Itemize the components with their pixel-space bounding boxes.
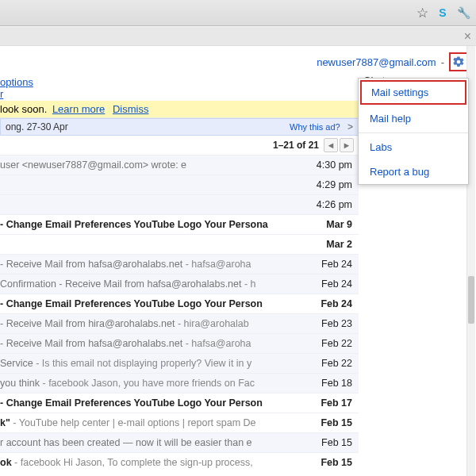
- mail-row[interactable]: user <newuser7887@gmail.com> wrote: e4:3…: [0, 155, 359, 175]
- account-bar: newuser7887@gmail.com -: [0, 46, 476, 75]
- mail-row-date: 4:30 pm: [317, 159, 352, 171]
- mail-row-text: you think - facebook Jason, you have mor…: [0, 378, 312, 389]
- mail-row-text: - Receive Mail from hafsa@arohalabs.net …: [0, 338, 312, 349]
- account-email[interactable]: newuser7887@gmail.com: [317, 56, 436, 68]
- mail-row-text: Service - Is this email not displaying p…: [0, 358, 312, 369]
- menu-mail-help[interactable]: Mail help: [359, 106, 468, 131]
- menu-mail-settings[interactable]: Mail settings: [360, 80, 466, 105]
- mail-row[interactable]: ok - facebook Hi Jason, To complete the …: [0, 452, 359, 472]
- mail-row-date: Feb 24: [321, 278, 352, 290]
- mail-row-date: Feb 18: [321, 378, 352, 389]
- mail-row-date: Feb 22: [321, 358, 352, 369]
- mail-row[interactable]: you think - facebook Jason, you have mor…: [0, 373, 359, 393]
- prev-page-button[interactable]: ◄: [324, 138, 338, 152]
- mail-row[interactable]: Confirmation - Receive Mail from hafsa@a…: [0, 274, 359, 294]
- mail-list-pane: options r look soon. Learn more Dismiss …: [0, 75, 359, 476]
- mail-row-text: Confirmation - Receive Mail from hafsa@a…: [0, 278, 312, 290]
- mail-row-date: 4:29 pm: [317, 179, 352, 190]
- app-content: newuser7887@gmail.com - Mail settings Ma…: [0, 46, 476, 476]
- dismiss-link[interactable]: Dismiss: [113, 103, 149, 115]
- account-dash: -: [441, 56, 444, 68]
- menu-report-bug[interactable]: Report a bug: [359, 159, 468, 184]
- count-label: 1–21 of 21: [273, 140, 319, 151]
- mail-row[interactable]: Service - Is this email not displaying p…: [0, 353, 359, 373]
- next-page-button[interactable]: ►: [340, 138, 354, 152]
- settings-gear-button[interactable]: [449, 52, 468, 71]
- r-link[interactable]: r: [0, 88, 3, 100]
- ad-next-icon[interactable]: >: [347, 121, 353, 132]
- close-icon[interactable]: ×: [464, 29, 471, 44]
- mail-row-text: user <newuser7887@gmail.com> wrote: e: [0, 159, 307, 171]
- mail-row-text: - Change Email Preferences YouTube Logo …: [0, 219, 317, 230]
- options-links: options r: [0, 75, 359, 101]
- mail-row[interactable]: 4:26 pm: [0, 194, 359, 214]
- scrollbar-thumb[interactable]: [468, 276, 474, 324]
- mail-row-date: Feb 17: [321, 397, 352, 409]
- mail-row-date: 4:26 pm: [317, 199, 352, 210]
- mail-row-text: ok - facebook Hi Jason, To complete the …: [0, 457, 311, 468]
- mail-row[interactable]: Mar 2: [0, 234, 359, 254]
- mail-row-text: r account has been created — now it will…: [0, 437, 312, 448]
- banner-text: look soon.: [0, 103, 50, 115]
- mail-row-text: k" - YouTube help center | e-mail option…: [0, 417, 311, 428]
- learn-more-link[interactable]: Learn more: [52, 103, 105, 115]
- skype-extension-icon[interactable]: S: [435, 5, 451, 21]
- mail-row[interactable]: r account has been created — now it will…: [0, 432, 359, 452]
- mail-row[interactable]: - Change Email Preferences YouTube Logo …: [0, 393, 359, 413]
- new-look-banner: look soon. Learn more Dismiss: [0, 101, 359, 118]
- mail-row-date: Feb 15: [321, 457, 352, 468]
- mail-row[interactable]: k" - YouTube help center | e-mail option…: [0, 413, 359, 432]
- browser-shelf: ×: [0, 26, 476, 46]
- mail-row[interactable]: - Receive Mail from hafsa@arohalabs.net …: [0, 333, 359, 353]
- options-link[interactable]: options: [0, 76, 33, 88]
- why-this-ad-link[interactable]: Why this ad?: [290, 122, 340, 132]
- mail-row-text: - Change Email Preferences YouTube Logo …: [0, 397, 311, 409]
- menu-labs[interactable]: Labs: [359, 135, 468, 159]
- mail-row-text: - Change Email Preferences YouTube Logo …: [0, 298, 311, 309]
- mail-row[interactable]: 4:29 pm: [0, 175, 359, 194]
- mail-row[interactable]: - Receive Mail from hira@arohalabs.net -…: [0, 313, 359, 333]
- mail-row[interactable]: - Receive Mail from hafsa@arohalabs.net …: [0, 254, 359, 274]
- settings-menu: Mail settings Mail help Labs Report a bu…: [358, 78, 469, 185]
- mail-row-date: Mar 9: [326, 219, 352, 230]
- ad-bar: ong. 27-30 Apr Why this ad? >: [0, 118, 359, 136]
- browser-toolbar: ☆ S 🔧: [0, 0, 476, 26]
- mail-row-date: Feb 22: [321, 338, 352, 349]
- bookmark-star-icon[interactable]: ☆: [414, 5, 430, 21]
- mail-row-date: Mar 2: [326, 239, 352, 250]
- paging-bar: 1–21 of 21 ◄ ►: [0, 136, 359, 155]
- mail-row-date: Feb 24: [321, 259, 352, 270]
- wrench-icon[interactable]: 🔧: [455, 5, 471, 21]
- mail-row-text: - Receive Mail from hira@arohalabs.net -…: [0, 318, 312, 329]
- mail-row[interactable]: - Change Email Preferences YouTube Logo …: [0, 214, 359, 234]
- menu-separator: [359, 132, 468, 133]
- mail-row-text: - Receive Mail from hafsa@arohalabs.net …: [0, 259, 312, 270]
- mail-row-date: Feb 15: [321, 437, 352, 448]
- mail-row[interactable]: - Change Email Preferences YouTube Logo …: [0, 294, 359, 313]
- ad-text: ong. 27-30 Apr: [6, 121, 68, 132]
- mail-row-date: Feb 23: [321, 318, 352, 329]
- mail-row-date: Feb 15: [321, 417, 352, 428]
- mail-row-date: Feb 24: [321, 298, 352, 309]
- gear-icon: [452, 56, 465, 68]
- mail-rows: user <newuser7887@gmail.com> wrote: e4:3…: [0, 155, 359, 472]
